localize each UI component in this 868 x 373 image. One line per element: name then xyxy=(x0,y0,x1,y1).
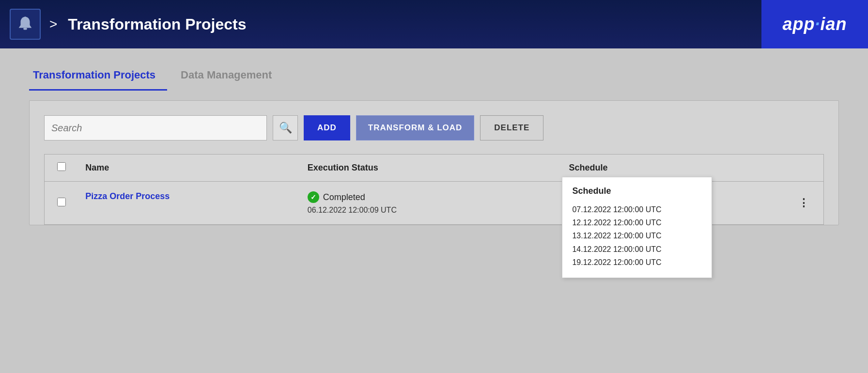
toolbar: 🔍 ADD TRANSFORM & LOAD DELETE xyxy=(44,115,824,140)
content-panel: 🔍 ADD TRANSFORM & LOAD DELETE Name xyxy=(29,100,839,225)
row-actions-cell: ⋮ xyxy=(784,182,823,225)
status-completed: Completed xyxy=(308,191,556,203)
row-schedule-cell: Schedule 07.12.2022 12:00:00 UTC 12.12.2… xyxy=(562,182,784,225)
schedule-item-3: 13.12.2022 12:00:00 UTC xyxy=(572,229,702,242)
appian-brand: app·ian xyxy=(761,0,868,48)
project-link[interactable]: Pizza Order Process xyxy=(85,191,170,201)
tab-bar: Transformation Projects Data Management xyxy=(29,63,839,91)
schedule-item-1: 07.12.2022 12:00:00 UTC xyxy=(572,203,702,216)
data-table: Name Execution Status Schedule Pizza Ord… xyxy=(44,154,824,225)
svg-point-1 xyxy=(24,16,27,19)
schedule-item-2: 12.12.2022 12:00:00 UTC xyxy=(572,216,702,229)
schedule-popup: Schedule 07.12.2022 12:00:00 UTC 12.12.2… xyxy=(562,177,712,278)
row-checkbox[interactable] xyxy=(57,198,66,206)
row-name-cell: Pizza Order Process xyxy=(78,182,301,225)
search-button[interactable]: 🔍 xyxy=(273,115,298,140)
breadcrumb-chevron: > xyxy=(49,16,57,32)
delete-button[interactable]: DELETE xyxy=(480,115,543,140)
select-all-checkbox[interactable] xyxy=(57,162,66,171)
col-header-execution-status: Execution Status xyxy=(301,155,562,182)
col-header-checkbox xyxy=(45,155,78,182)
nav-left: > Transformation Projects xyxy=(10,9,798,40)
bell-icon xyxy=(16,15,34,33)
row-actions-button[interactable]: ⋮ xyxy=(798,197,809,209)
schedule-item-4: 14.12.2022 12:00:00 UTC xyxy=(572,243,702,256)
col-header-actions xyxy=(784,155,823,182)
svg-rect-0 xyxy=(23,28,27,30)
tab-data-management[interactable]: Data Management xyxy=(177,63,283,91)
col-header-name: Name xyxy=(78,155,301,182)
row-status-cell: Completed 06.12.2022 12:00:09 UTC xyxy=(301,182,562,225)
nav-app-icon[interactable] xyxy=(10,9,41,40)
top-navigation: > Transformation Projects ▾ app·ian xyxy=(0,0,868,48)
add-button[interactable]: ADD xyxy=(304,115,350,140)
schedule-item-5: 19.12.2022 12:00:00 UTC xyxy=(572,256,702,269)
table-row: Pizza Order Process Completed 06.12.2022… xyxy=(45,182,823,225)
main-content: Transformation Projects Data Management … xyxy=(0,48,868,240)
transform-load-button[interactable]: TRANSFORM & LOAD xyxy=(356,115,474,140)
search-input[interactable] xyxy=(51,123,260,134)
status-label: Completed xyxy=(323,192,365,202)
appian-logo: app·ian xyxy=(782,14,847,34)
search-icon: 🔍 xyxy=(279,122,292,134)
completed-check-icon xyxy=(308,191,319,203)
search-wrapper xyxy=(44,115,267,140)
row-checkbox-cell xyxy=(45,182,78,225)
page-title: Transformation Projects xyxy=(68,16,246,33)
schedule-popup-title: Schedule xyxy=(572,186,702,196)
status-datetime: 06.12.2022 12:00:09 UTC xyxy=(308,206,556,215)
tab-transformation-projects[interactable]: Transformation Projects xyxy=(29,63,167,91)
